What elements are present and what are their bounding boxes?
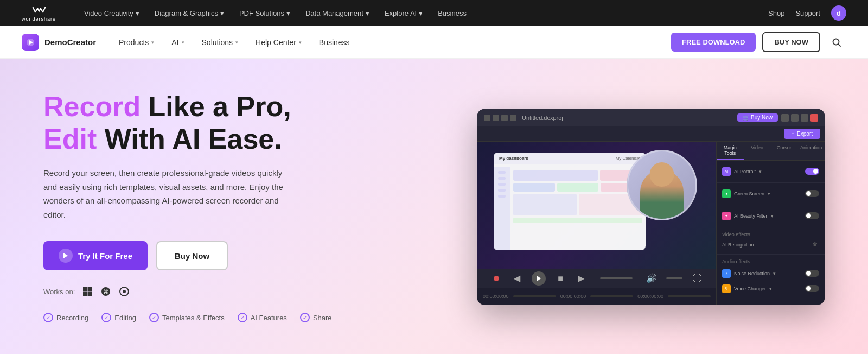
sec-nav-items: Products ▾ AI ▾ Solutions ▾ Help Center … [111,34,671,51]
video-effects-title: Video effects [722,232,819,237]
svg-rect-8 [88,292,92,296]
top-nav-data-management[interactable]: Data Management ▾ [305,9,369,17]
support-link[interactable]: Support [795,9,820,17]
top-nav-video-creativity[interactable]: Video Creativity ▾ [84,9,139,17]
right-panel: Magic Tools Video Cursor Animation AI AI… [716,142,825,305]
chevron-down-icon: ▾ [235,40,238,45]
check-icon: ✓ [43,313,53,322]
green-screen-icon: ● [722,189,731,198]
top-nav-diagram-graphics[interactable]: Diagram & Graphics ▾ [155,9,224,17]
sec-nav-solutions[interactable]: Solutions ▾ [194,34,246,51]
svg-marker-14 [537,276,541,281]
green-screen-item: ● Green Screen ▾ [722,187,819,200]
feature-tab-ai[interactable]: ✓ AI Features [238,313,287,322]
brand-name: DemoCreator [44,37,96,47]
app-body: My dashboard My Calendar [477,142,825,305]
dashboard-mockup: My dashboard My Calendar [494,153,646,250]
delete-icon[interactable]: 🗑 [813,242,819,248]
hero-right: Untitled.dcxproj 🛒 Buy Now ↑ Export [380,109,825,305]
app-screenshot: Untitled.dcxproj 🛒 Buy Now ↑ Export [477,109,825,305]
timeline-track-1[interactable] [513,295,556,297]
feature-tab-editing[interactable]: ✓ Editing [101,313,136,322]
svg-text:⌘: ⌘ [103,289,108,295]
video-effects-section: Video effects AI Recognition 🗑 [717,227,825,255]
export-button[interactable]: ↑ Export [784,129,820,139]
chevron-down-icon: ▾ [299,40,302,45]
record-button[interactable] [490,272,502,284]
wondershare-logo[interactable]: wondershare [22,4,56,22]
panel-tab-animation[interactable]: Animation [797,142,825,160]
search-button[interactable] [827,33,846,52]
svg-marker-4 [63,253,68,258]
audio-effects-title: Audio effects [722,259,819,264]
top-nav-pdf-solutions[interactable]: PDF Solutions ▾ [239,9,290,17]
sec-nav-ai[interactable]: AI ▾ [164,34,192,51]
buy-now-button[interactable]: BUY NOW [762,32,820,52]
person-head [650,162,674,187]
svg-point-13 [494,276,499,281]
panel-tab-cursor[interactable]: Cursor [771,142,798,160]
next-button[interactable]: ▶ [575,272,587,284]
svg-rect-6 [88,287,92,291]
sec-nav-right: FREE DOWNLOAD BUY NOW [671,32,846,52]
timeline-track-2[interactable] [590,295,633,297]
svg-point-12 [123,290,126,293]
voice-changer-item: 🎙 Voice Changer ▾ [722,282,819,295]
top-navigation: wondershare Video Creativity ▾ Diagram &… [0,0,868,26]
hero-title: Record Like a Pro, Edit With AI Ease. [43,91,380,156]
sec-nav-help-center[interactable]: Help Center ▾ [248,34,309,51]
buy-now-app-button[interactable]: 🛒 Buy Now [737,113,778,122]
check-icon: ✓ [101,313,111,322]
free-download-button[interactable]: FREE DOWNLOAD [671,33,756,52]
democreator-icon [22,34,39,51]
svg-rect-7 [83,292,87,296]
ai-beauty-toggle[interactable] [805,212,819,219]
preview-content: My dashboard My Calendar [477,142,716,269]
buy-now-hero-button[interactable]: Buy Now [156,241,228,270]
ai-portrait-icon: AI [722,167,731,176]
feature-tab-templates[interactable]: ✓ Templates & Effects [149,313,225,322]
windows-icon [81,286,93,297]
user-avatar[interactable]: d [831,5,846,21]
fullscreen-button[interactable]: ⛶ [691,272,703,284]
try-icon [59,249,73,263]
playback-toolbar: ◀ ■ ▶ 🔊 ⛶ [477,269,716,288]
top-nav-explore-ai[interactable]: Explore AI ▾ [385,9,423,17]
stop-button[interactable]: ■ [554,272,566,284]
green-screen-toggle[interactable] [805,190,819,197]
hero-description: Record your screen, then create professi… [43,166,293,221]
hero-section: Record Like a Pro, Edit With AI Ease. Re… [0,59,868,354]
try-free-button[interactable]: Try It For Free [43,241,148,270]
ai-portrait-section: AI AI Portrait ▾ [717,161,825,183]
ai-beauty-icon: ✦ [722,212,731,220]
feature-tab-recording[interactable]: ✓ Recording [43,313,88,322]
noise-reduction-icon: ♪ [722,269,731,278]
sec-nav-products[interactable]: Products ▾ [111,34,162,51]
svg-line-3 [839,44,841,46]
brand-logo[interactable]: DemoCreator [22,34,96,51]
titlebar-right: 🛒 Buy Now [737,113,818,122]
top-nav-items: Video Creativity ▾ Diagram & Graphics ▾ … [84,9,751,17]
audio-effects-section: Audio effects ♪ Noise Reduction ▾ 🎙 [717,255,825,300]
macos-icon: ⌘ [100,286,112,297]
app-main: My dashboard My Calendar [477,142,716,305]
ai-portrait-toggle[interactable] [805,168,819,175]
volume-button[interactable]: 🔊 [646,272,658,284]
noise-reduction-toggle[interactable] [805,270,819,277]
feature-tab-share[interactable]: ✓ Share [300,313,332,322]
timeline-track-3[interactable] [668,295,711,297]
top-nav-right: Shop Support d [768,5,846,21]
sec-nav-business[interactable]: Business [311,34,358,51]
shop-link[interactable]: Shop [768,9,784,17]
app-title: Untitled.dcxproj [522,115,563,121]
voice-changer-toggle[interactable] [805,285,819,292]
panel-tab-magic-tools[interactable]: Magic Tools [717,142,744,160]
play-button[interactable] [532,271,546,286]
panel-tab-video[interactable]: Video [744,142,771,160]
top-nav-business[interactable]: Business [438,9,467,17]
ai-beauty-section: ✦ AI Beauty Filter ▾ [717,205,825,227]
svg-point-2 [833,39,839,45]
ai-recognition-item: AI Recognition 🗑 [722,240,819,250]
prev-button[interactable]: ◀ [511,272,523,284]
chevron-down-icon: ▾ [182,40,184,45]
